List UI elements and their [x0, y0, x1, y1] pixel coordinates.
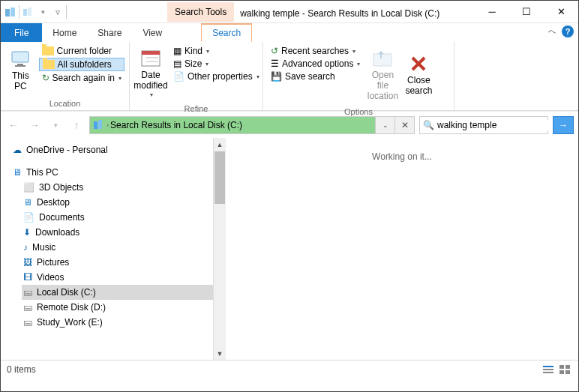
svg-rect-12 [94, 121, 98, 129]
help-button[interactable]: ? [562, 25, 574, 37]
address-bar[interactable]: › Search Results in Local Disk (C:) ⌄ ✕ [89, 116, 415, 134]
tab-file[interactable]: File [1, 23, 42, 42]
size-icon: ▤ [173, 58, 182, 69]
advanced-icon: ☰ [271, 58, 279, 69]
maximize-button[interactable]: ☐ [509, 1, 544, 23]
svg-rect-20 [566, 370, 570, 374]
quick-access-toolbar: ▾ ▿ [1, 5, 70, 19]
view-large-icons-button[interactable] [557, 364, 572, 376]
props-icon: 📄 [173, 71, 184, 82]
tab-share[interactable]: Share [87, 23, 132, 42]
search-box[interactable]: 🔍 ✕ [419, 116, 548, 134]
size-button[interactable]: ▤Size▾ [170, 58, 262, 70]
group-label-refine: Refine [130, 103, 262, 115]
svg-rect-4 [12, 52, 28, 62]
tree-local-disk-c[interactable]: 🖴Local Disk (C:) [22, 285, 213, 300]
videos-icon: 🎞 [23, 272, 32, 283]
stop-refresh-button[interactable]: ✕ [394, 117, 414, 133]
svg-rect-2 [23, 9, 27, 16]
close-button[interactable]: ✕ [544, 1, 578, 23]
search-go-button[interactable]: → [553, 116, 574, 134]
tree-music[interactable]: ♪Music [22, 240, 213, 255]
app-icon [4, 5, 17, 19]
recent-searches-button[interactable]: ↺Recent searches▾ [268, 45, 363, 57]
kind-button[interactable]: ▦Kind▾ [170, 45, 262, 57]
svg-rect-13 [98, 120, 102, 129]
date-modified-button[interactable]: Date modified▾ [133, 43, 169, 101]
tree-3d-objects[interactable]: ⬜3D Objects [22, 180, 213, 195]
svg-rect-5 [17, 64, 23, 65]
svg-rect-11 [374, 54, 392, 66]
svg-rect-3 [28, 7, 32, 16]
kind-icon: ▦ [173, 46, 182, 56]
scroll-down-button[interactable]: ▼ [214, 347, 226, 360]
tree-onedrive[interactable]: ☁OneDrive - Personal [11, 142, 213, 157]
advanced-options-button[interactable]: ☰Advanced options▾ [268, 58, 363, 70]
tab-home[interactable]: Home [42, 23, 87, 42]
tree-pictures[interactable]: 🖼Pictures [22, 255, 213, 270]
svg-rect-0 [5, 9, 10, 16]
results-status-text: Working on it... [372, 151, 432, 162]
results-pane: Working on it... [226, 138, 578, 360]
tree-documents[interactable]: 📄Documents [22, 210, 213, 225]
close-search-button[interactable]: Close search [400, 43, 436, 104]
svg-rect-8 [142, 51, 160, 55]
pictures-icon: 🖼 [23, 257, 32, 268]
svg-rect-15 [543, 369, 554, 370]
svg-rect-18 [566, 365, 570, 369]
qat-item[interactable]: ▾ [36, 5, 50, 19]
minimize-button[interactable]: ─ [475, 1, 509, 23]
documents-icon: 📄 [23, 212, 34, 223]
tree-downloads[interactable]: ⬇Downloads [22, 225, 213, 240]
svg-rect-19 [560, 370, 564, 374]
tree-desktop[interactable]: 🖥Desktop [22, 195, 213, 210]
tab-search[interactable]: Search [201, 23, 252, 42]
folder-icon [43, 60, 55, 69]
tree-study-work-e[interactable]: 🖴Study_Work (E:) [22, 315, 213, 330]
music-icon: ♪ [23, 242, 28, 253]
downloads-icon: ⬇ [23, 227, 31, 238]
refresh-icon: ↻ [42, 73, 50, 83]
minimize-ribbon-button[interactable]: へ [548, 26, 556, 37]
svg-rect-1 [10, 7, 15, 16]
up-button[interactable]: ↑ [68, 117, 85, 133]
recent-icon: ↺ [271, 46, 278, 56]
search-icon: 🔍 [423, 120, 434, 130]
tab-view[interactable]: View [132, 23, 172, 42]
tree-remote-disk-d[interactable]: 🖴Remote Disk (D:) [22, 300, 213, 315]
folder-icon [42, 46, 54, 55]
view-details-button[interactable] [541, 364, 556, 376]
open-file-location-button[interactable]: Open file location [364, 43, 400, 104]
save-search-button[interactable]: 💾Save search [268, 70, 363, 82]
qat-overflow[interactable]: ▿ [51, 5, 64, 19]
scroll-up-button[interactable]: ▲ [214, 138, 226, 151]
group-label-location: Location [1, 97, 129, 110]
tree-this-pc[interactable]: 🖥This PC [11, 165, 213, 180]
back-button[interactable]: ← [5, 117, 22, 133]
status-item-count: 0 items [7, 364, 36, 375]
navigation-tree[interactable]: ☁OneDrive - Personal 🖥This PC ⬜3D Object… [1, 138, 213, 360]
svg-rect-14 [543, 366, 554, 367]
disk-icon: 🖴 [23, 317, 32, 328]
qat-item[interactable] [21, 5, 34, 19]
save-icon: 💾 [271, 71, 282, 82]
search-input[interactable] [437, 120, 550, 130]
location-icon [90, 119, 106, 131]
address-history-button[interactable]: ⌄ [375, 117, 394, 133]
context-tab-search-tools: Search Tools [167, 2, 234, 22]
svg-rect-17 [560, 365, 564, 369]
all-subfolders-button[interactable]: All subfolders [39, 58, 124, 71]
scroll-thumb[interactable] [214, 151, 225, 204]
this-pc-button[interactable]: This PC [4, 43, 38, 96]
svg-rect-6 [15, 65, 26, 67]
desktop-icon: 🖥 [23, 197, 32, 208]
forward-button[interactable]: → [26, 117, 43, 133]
search-again-in-button[interactable]: ↻Search again in▾ [39, 72, 124, 84]
tree-scrollbar[interactable]: ▲ ▼ [213, 138, 226, 360]
recent-locations-button[interactable]: ▾ [47, 117, 64, 133]
pc-icon: 🖥 [13, 167, 22, 178]
tree-videos[interactable]: 🎞Videos [22, 270, 213, 285]
current-folder-button[interactable]: Current folder [39, 45, 124, 57]
other-properties-button[interactable]: 📄Other properties▾ [170, 70, 262, 82]
chevron-down-icon: ▾ [118, 75, 122, 82]
